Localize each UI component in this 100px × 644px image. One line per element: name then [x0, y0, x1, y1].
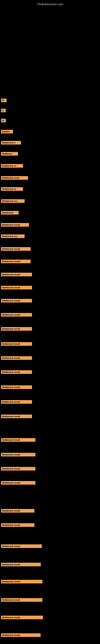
bottleneck-result-label: Bottleneck res [1, 234, 25, 238]
bottleneck-result-label: Bottleneck result [1, 481, 35, 484]
bottleneck-result-label: Bottleneck result [1, 563, 41, 566]
bottleneck-result-label: Bottleneck result [1, 342, 32, 346]
bottleneck-result-label: Bottleneck result [1, 598, 42, 602]
bottleneck-result-label: Bottleneck res [1, 199, 25, 203]
bottleneck-result-label: Bottleneck result [1, 544, 42, 548]
bottleneck-result-label: Bottleneck result [1, 313, 32, 316]
bottleneck-result-label: Bottleneck result [1, 247, 31, 251]
bottleneck-result-label: Bottlen [1, 130, 13, 134]
bottleneck-result-label: Bottleneck result [1, 438, 35, 442]
bottleneck-result-label: Bottleneck result [1, 386, 32, 389]
bottleneck-result-label: Bottleneck resul [1, 176, 28, 180]
bottleneck-result-label: Bottleneck result [1, 580, 42, 584]
bottleneck-result-label: Bottleneck result [1, 509, 34, 512]
bottleneck-result-label: Bottleneck result [1, 299, 32, 302]
bottleneck-result-label: Bottleneck result [1, 616, 43, 619]
bottleneck-result-label: Bottleneck re [1, 187, 23, 191]
bottleneck-result-label: Bottlenec [1, 152, 18, 156]
bottleneck-result-label: Bottleneck result [1, 273, 32, 276]
bottleneck-result-label: Bottleneck result [1, 370, 32, 374]
bottleneck-result-label: B [1, 98, 7, 102]
bottleneck-result-label: Bottleneck result [1, 414, 32, 418]
bottleneck-result-label: Bottleneck result [1, 400, 32, 404]
bottleneck-result-label: Bottleneck [1, 211, 19, 214]
bottleneck-result-label: Bottleneck result [1, 356, 32, 360]
bottleneck-result-label: Bottleneck result [1, 327, 32, 331]
bottleneck-result-label: E [1, 109, 6, 112]
bottleneck-result-label: Bottleneck re [1, 164, 23, 168]
bottleneck-result-label: Bottleneck result [1, 286, 32, 290]
site-title: TheBottlenecker.com [0, 1, 100, 8]
bottleneck-result-label: Bottleneck result [1, 523, 34, 527]
bottleneck-result-label: Bottleneck result [1, 223, 29, 226]
bottleneck-result-label: B [1, 119, 6, 122]
bottleneck-result-label: Bottleneck d [1, 141, 21, 144]
bottleneck-result-label: Bottleneck result [1, 453, 35, 456]
bottleneck-result-label: Bottleneck result [1, 260, 31, 263]
bottleneck-result-label: Bottleneck result [1, 633, 41, 637]
bottleneck-result-label: Bottleneck result [1, 467, 35, 470]
